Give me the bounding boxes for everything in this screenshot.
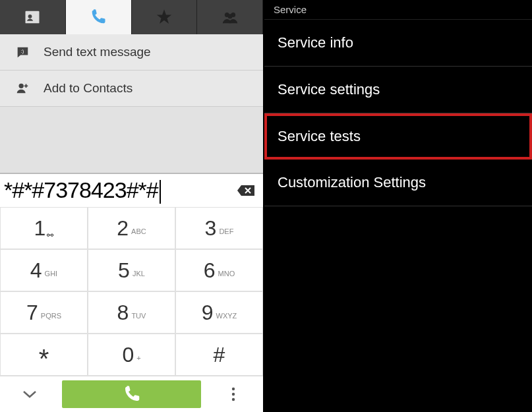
top-tabs bbox=[0, 0, 263, 34]
service-header: Service bbox=[264, 0, 532, 20]
chevron-down-icon bbox=[22, 390, 38, 399]
sms-label: Send text message bbox=[44, 45, 151, 59]
overflow-icon bbox=[231, 387, 235, 401]
key-6[interactable]: 6MNO bbox=[175, 249, 263, 291]
sms-icon: :) bbox=[13, 45, 32, 59]
svg-point-7 bbox=[232, 388, 235, 390]
tab-dialer[interactable] bbox=[66, 0, 132, 34]
overflow-button[interactable] bbox=[204, 376, 263, 412]
backspace-icon bbox=[236, 183, 257, 198]
key-5[interactable]: 5JKL bbox=[88, 249, 175, 291]
call-button[interactable] bbox=[62, 380, 201, 408]
key-0[interactable]: 0+ bbox=[88, 334, 175, 376]
service-item-tests[interactable]: Service tests bbox=[264, 113, 532, 160]
service-item-customization[interactable]: Customization Settings bbox=[264, 160, 532, 206]
contact-card-icon bbox=[23, 8, 42, 26]
svg-point-6 bbox=[19, 84, 24, 88]
tab-contacts[interactable] bbox=[0, 0, 66, 34]
send-sms-row[interactable]: :) Send text message bbox=[0, 34, 263, 71]
empty-area bbox=[0, 107, 263, 173]
add-contact-row[interactable]: Add to Contacts bbox=[0, 71, 263, 107]
svg-text::): :) bbox=[21, 48, 24, 54]
key-9[interactable]: 9WXYZ bbox=[175, 291, 263, 334]
key-7[interactable]: 7PQRS bbox=[0, 291, 88, 334]
key-4[interactable]: 4GHI bbox=[0, 249, 88, 291]
key-star[interactable]: * bbox=[0, 334, 88, 376]
key-3[interactable]: 3DEF bbox=[175, 207, 263, 249]
dialer-panel: :) Send text message Add to Contacts *#*… bbox=[0, 0, 264, 412]
backspace-button[interactable] bbox=[230, 183, 263, 198]
group-icon bbox=[221, 8, 239, 26]
phone-call-icon bbox=[122, 384, 142, 404]
svg-point-9 bbox=[232, 398, 235, 401]
tab-groups[interactable] bbox=[197, 0, 263, 34]
svg-point-8 bbox=[232, 393, 235, 396]
service-item-settings[interactable]: Service settings bbox=[264, 67, 532, 113]
key-1[interactable]: 1⚯ bbox=[0, 207, 88, 249]
svg-point-1 bbox=[28, 15, 32, 18]
svg-rect-0 bbox=[26, 11, 40, 24]
dial-display: *#*#7378423#*# bbox=[0, 173, 263, 207]
action-list: :) Send text message Add to Contacts bbox=[0, 34, 263, 107]
add-contact-icon bbox=[13, 81, 32, 96]
phone-icon bbox=[89, 8, 107, 26]
add-contact-label: Add to Contacts bbox=[44, 81, 133, 96]
collapse-button[interactable] bbox=[0, 376, 59, 412]
tab-favorites[interactable] bbox=[132, 0, 198, 34]
key-2[interactable]: 2ABC bbox=[88, 207, 175, 249]
svg-point-4 bbox=[227, 14, 232, 18]
bottom-bar bbox=[0, 376, 263, 412]
key-hash[interactable]: # bbox=[175, 334, 263, 376]
service-panel: Service Service info Service settings Se… bbox=[264, 0, 532, 412]
key-8[interactable]: 8TUV bbox=[88, 291, 175, 334]
dial-number[interactable]: *#*#7378423#*# bbox=[0, 177, 230, 204]
service-item-info[interactable]: Service info bbox=[264, 20, 532, 67]
star-icon bbox=[155, 8, 173, 26]
keypad: 1⚯ 2ABC 3DEF 4GHI 5JKL 6MNO 7PQRS 8TUV 9… bbox=[0, 207, 263, 376]
voicemail-icon: ⚯ bbox=[47, 231, 53, 240]
